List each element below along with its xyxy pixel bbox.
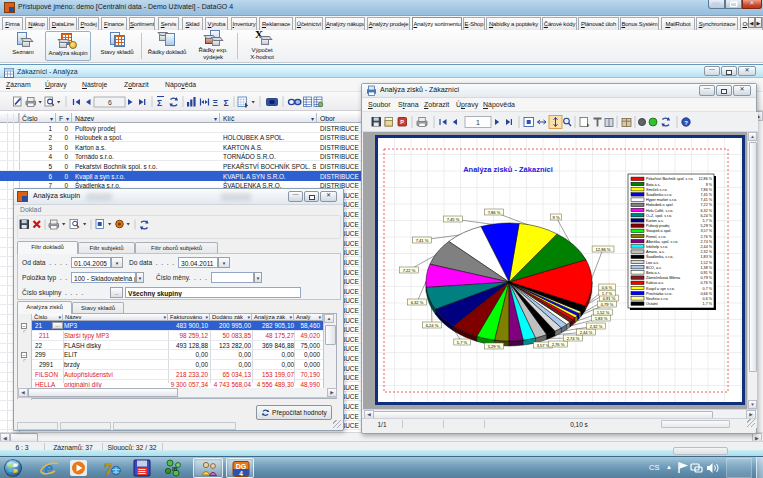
svg-text:7,86 %: 7,86 % xyxy=(701,188,713,192)
svg-text:Pultový prodej: Pultový prodej xyxy=(646,224,670,228)
svg-text:DG: DG xyxy=(236,463,247,470)
svg-text:1: 1 xyxy=(476,119,480,126)
svg-text:Bota a.s.: Bota a.s. xyxy=(646,183,661,187)
svg-text:Hela Caffé, s.r.o.: Hela Caffé, s.r.o. xyxy=(646,209,673,213)
svg-text:0,6 %: 0,6 % xyxy=(703,297,713,301)
svg-text:1,83 %: 1,83 % xyxy=(595,316,608,321)
svg-text:Firmol, s.r.o.: Firmol, s.r.o. xyxy=(646,235,666,239)
svg-text:IB: IB xyxy=(172,466,178,472)
svg-text:12,86 %: 12,86 % xyxy=(595,247,610,252)
svg-text:6,32 %: 6,32 % xyxy=(701,209,713,213)
svg-text:Karton a.s.: Karton a.s. xyxy=(646,219,664,223)
svg-text:Analýza zisků - Zákazníci: Analýza zisků - Zákazníci xyxy=(463,165,553,174)
svg-text:Zámečníková Milena: Zámečníková Milena xyxy=(646,276,681,280)
svg-text:1,7 %: 1,7 % xyxy=(703,302,713,306)
svg-text:7,86 %: 7,86 % xyxy=(488,210,501,215)
svg-text:2,76 %: 2,76 % xyxy=(701,235,713,239)
svg-text:0,91 %: 0,91 % xyxy=(701,271,713,275)
svg-text:Pekařství Bochník spol. s r.o.: Pekařství Bochník spol. s r.o. xyxy=(646,177,694,181)
svg-text:Σ: Σ xyxy=(224,98,229,108)
svg-text:Albertka, spol. s r.o.: Albertka, spol. s r.o. xyxy=(646,240,678,244)
svg-text:0,7 %: 0,7 % xyxy=(703,287,713,291)
svg-text:Švadlenka s.r.o.: Švadlenka s.r.o. xyxy=(646,192,672,197)
svg-text:Infohelp s.r.o.: Infohelp s.r.o. xyxy=(646,245,668,249)
svg-text:3,57 %: 3,57 % xyxy=(537,343,550,348)
svg-text:Ξ: Ξ xyxy=(213,98,219,108)
svg-text:9 %: 9 % xyxy=(706,183,713,187)
svg-text:5,7 %: 5,7 % xyxy=(703,219,713,223)
svg-text:Σ: Σ xyxy=(157,98,162,108)
svg-text:P: P xyxy=(400,119,404,125)
svg-text:0,66 %: 0,66 % xyxy=(701,292,713,296)
svg-text:Leo a.s.: Leo a.s. xyxy=(646,261,659,265)
svg-text:7,41 %: 7,41 % xyxy=(701,198,713,202)
svg-text:0,79 %: 0,79 % xyxy=(601,302,614,307)
svg-text:5,7 %: 5,7 % xyxy=(457,340,468,345)
svg-text:7,22 %: 7,22 % xyxy=(701,203,713,207)
svg-text:2,74 %: 2,74 % xyxy=(701,240,713,244)
svg-text:Kaktus a.s.: Kaktus a.s. xyxy=(646,281,664,285)
svg-text:Nevěsta s.r.o.: Nevěsta s.r.o. xyxy=(646,297,669,301)
svg-text:2,44 %: 2,44 % xyxy=(701,245,713,249)
svg-text:Kvapil a syn s.r.o.: Kvapil a syn s.r.o. xyxy=(646,287,675,291)
svg-text:2,44 %: 2,44 % xyxy=(580,330,593,335)
svg-text:6,32 %: 6,32 % xyxy=(411,300,424,305)
svg-text:1,52 %: 1,52 % xyxy=(597,310,610,315)
svg-text:Procházka s.r.o.: Procházka s.r.o. xyxy=(646,292,672,296)
svg-text:Ostatní: Ostatní xyxy=(646,302,658,306)
svg-text:0,76 %: 0,76 % xyxy=(701,281,713,285)
svg-text:12,86 %: 12,86 % xyxy=(698,177,712,181)
svg-text:Stoupek a spol.: Stoupek a spol. xyxy=(646,229,671,233)
svg-text:BCO, a.s.: BCO, a.s. xyxy=(646,266,662,270)
svg-text:6: 6 xyxy=(108,99,112,106)
svg-text:5,29 %: 5,29 % xyxy=(488,344,501,349)
svg-text:Smrček s.r.o.: Smrček s.r.o. xyxy=(646,188,668,192)
svg-text:Holoubek a spol.: Holoubek a spol. xyxy=(646,203,673,207)
svg-text:1,38 %: 1,38 % xyxy=(701,266,713,270)
svg-text:1,7 %: 1,7 % xyxy=(602,291,613,296)
svg-text:3,57 %: 3,57 % xyxy=(701,229,713,233)
svg-text:6,24 %: 6,24 % xyxy=(426,323,439,328)
svg-text:5,29 %: 5,29 % xyxy=(701,224,713,228)
svg-text:0,79 %: 0,79 % xyxy=(701,276,713,280)
svg-text:Hyper market s.r.o.: Hyper market s.r.o. xyxy=(646,198,677,202)
svg-text:0,6 %: 0,6 % xyxy=(602,285,613,290)
svg-text:Švadlenka, s.r.o.: Švadlenka, s.r.o. xyxy=(646,254,673,259)
svg-text:Amaro, a.s.: Amaro, a.s. xyxy=(646,250,665,254)
svg-text:2,32 %: 2,32 % xyxy=(701,250,713,254)
svg-text:2,74 %: 2,74 % xyxy=(567,336,580,341)
svg-text:7,41 %: 7,41 % xyxy=(416,238,429,243)
svg-text:Beta a.s.: Beta a.s. xyxy=(646,271,661,275)
svg-text:1,83 %: 1,83 % xyxy=(701,255,713,259)
svg-text:7,22 %: 7,22 % xyxy=(403,268,416,273)
svg-text:2,32 %: 2,32 % xyxy=(590,324,603,329)
svg-text:7,45 %: 7,45 % xyxy=(447,217,460,222)
svg-text:1,52 %: 1,52 % xyxy=(701,261,713,265)
svg-text:9 %: 9 % xyxy=(552,215,559,220)
svg-text:?: ? xyxy=(684,120,688,126)
svg-text:0,91 %: 0,91 % xyxy=(603,296,616,301)
svg-text:O+Z, spol. s r.o.: O+Z, spol. s r.o. xyxy=(646,214,672,218)
svg-text:6,24 %: 6,24 % xyxy=(701,214,713,218)
svg-text:7,45 %: 7,45 % xyxy=(701,193,713,197)
svg-text:4: 4 xyxy=(239,470,243,477)
svg-text:2,76 %: 2,76 % xyxy=(552,342,565,347)
